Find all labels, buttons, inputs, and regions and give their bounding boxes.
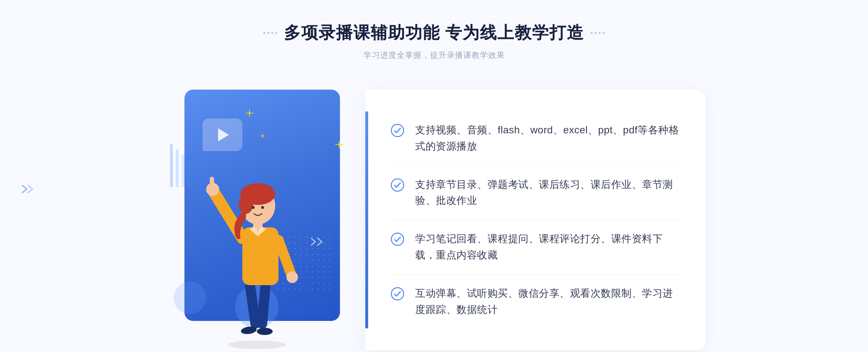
page-title: 多项录播课辅助功能 专为线上教学打造: [284, 22, 584, 44]
page-subtitle: 学习进度全掌握，提升录播课教学效果: [263, 50, 605, 61]
feature-text-3: 学习笔记回看、课程提问、课程评论打分、课件资料下载，重点内容收藏: [415, 231, 680, 263]
svg-point-37: [391, 179, 404, 191]
check-icon-1: [391, 124, 404, 137]
svg-point-0: [248, 112, 251, 114]
feature-text-4: 互动弹幕、试听购买、微信分享、观看次数限制、学习进度跟踪、数据统计: [415, 286, 680, 318]
svg-rect-19: [242, 227, 278, 285]
svg-rect-10: [170, 144, 173, 187]
svg-rect-11: [176, 149, 179, 187]
blue-bar-accent: [365, 111, 368, 329]
svg-point-36: [391, 124, 404, 137]
person-figure: [199, 133, 315, 350]
feature-text-2: 支持章节目录、弹题考试、课后练习、课后作业、章节测验、批改作业: [415, 177, 680, 209]
features-card: 支持视频、音频、flash、word、excel、ppt、pdf等各种格式的资源…: [365, 90, 705, 350]
illustration-area: [163, 79, 365, 350]
svg-point-31: [338, 143, 341, 146]
sparkle-1: [246, 110, 253, 118]
svg-point-24: [286, 271, 298, 283]
deco-stripes: [170, 144, 199, 189]
svg-rect-22: [210, 177, 214, 190]
feature-item-3: 学习笔记回看、课程提问、课程评论打分、课件资料下载，重点内容收藏: [391, 220, 680, 275]
check-icon-3: [391, 232, 404, 246]
svg-rect-16: [257, 283, 271, 329]
svg-point-18: [257, 328, 273, 335]
svg-point-39: [391, 288, 404, 300]
header-section: 多项录播课辅助功能 专为线上教学打造 学习进度全掌握，提升录播课教学效果: [263, 22, 605, 61]
check-icon-2: [391, 178, 404, 192]
svg-point-14: [228, 340, 286, 349]
svg-point-29: [252, 206, 255, 209]
left-dot-divider: [263, 32, 277, 34]
svg-point-30: [261, 206, 264, 209]
sparkle-near-head: [335, 140, 344, 150]
left-chevrons: [22, 184, 38, 196]
title-row: 多项录播课辅助功能 专为线上教学打造: [263, 22, 605, 44]
feature-item-2: 支持章节目录、弹题考试、课后练习、课后作业、章节测验、批改作业: [391, 166, 680, 220]
svg-line-23: [278, 240, 291, 274]
feature-item-4: 互动弹幕、试听购买、微信分享、观看次数限制、学习进度跟踪、数据统计: [391, 275, 680, 329]
content-section: 支持视频、音频、flash、word、excel、ppt、pdf等各种格式的资源…: [163, 79, 705, 350]
feature-item-1: 支持视频、音频、flash、word、excel、ppt、pdf等各种格式的资源…: [391, 111, 680, 166]
svg-rect-13: [187, 160, 190, 187]
check-icon-4: [391, 287, 404, 301]
svg-rect-12: [182, 155, 184, 187]
page-container: 多项录播课辅助功能 专为线上教学打造 学习进度全掌握，提升录播课教学效果: [0, 0, 868, 352]
feature-text-1: 支持视频、音频、flash、word、excel、ppt、pdf等各种格式的资源…: [415, 122, 680, 155]
svg-point-38: [391, 233, 404, 245]
right-dot-divider: [591, 32, 605, 34]
